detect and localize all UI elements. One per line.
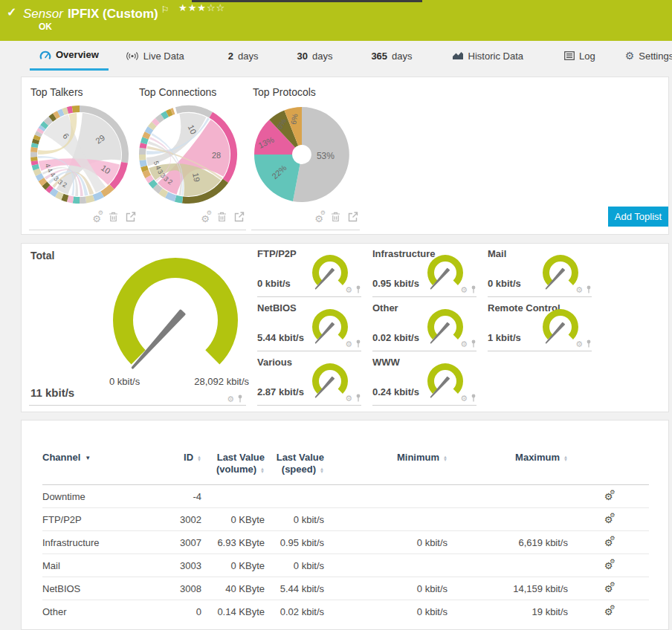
- gear-icon[interactable]: ⚙: [227, 395, 234, 403]
- tab-30-days[interactable]: 30days: [297, 41, 332, 71]
- dropdown-caret-icon[interactable]: ▼: [85, 455, 91, 461]
- pin-icon[interactable]: [355, 392, 361, 405]
- column-header-maximum[interactable]: Maximum▲▼: [448, 420, 568, 485]
- cell-id: 3003: [160, 554, 201, 577]
- column-header-last-value-speed-[interactable]: Last Value(speed)▲▼: [265, 420, 324, 485]
- sort-arrows-icon[interactable]: ▲▼: [443, 455, 448, 461]
- cell-last-speed: 0.02 kbit/s: [265, 600, 324, 623]
- gauge-min-label: 0 kbit/s: [109, 376, 140, 387]
- open-external-icon[interactable]: [126, 212, 136, 225]
- edit-gears-icon[interactable]: ⚙⚙: [201, 212, 210, 224]
- gauge-tile-actions: ⚙: [575, 337, 592, 351]
- gauge-tile-total: Total 0 kbit/s 28,092 kbit/s 11 kbit/s ⚙: [29, 248, 246, 406]
- gear-icon[interactable]: ⚙: [345, 286, 352, 294]
- sort-arrows-icon[interactable]: ▲▼: [197, 455, 201, 461]
- cell-last-volume: 0.14 KByte: [201, 600, 265, 623]
- open-external-icon[interactable]: [234, 212, 245, 225]
- tab-365-days[interactable]: 365days: [371, 41, 412, 71]
- cell-minimum: 0 kbit/s: [324, 600, 448, 623]
- pin-icon[interactable]: [471, 337, 476, 351]
- tab-overview[interactable]: Overview: [30, 41, 109, 71]
- donut-chart[interactable]: 53%22%13%6%6%: [251, 104, 360, 208]
- pin-icon[interactable]: [355, 283, 361, 296]
- gauge-current-value: 1 kbit/s: [488, 332, 521, 343]
- edit-gears-icon[interactable]: ⚙⚙: [604, 492, 613, 501]
- gear-icon[interactable]: ⚙: [345, 394, 352, 403]
- delete-trash-icon[interactable]: [331, 212, 340, 225]
- gear-icon[interactable]: ⚙: [460, 394, 468, 403]
- tab-historic-data[interactable]: Historic Data: [452, 41, 523, 71]
- edit-gears-icon[interactable]: ⚙⚙: [604, 584, 613, 594]
- add-toplist-button[interactable]: Add Toplist: [608, 207, 668, 227]
- sort-arrows-icon[interactable]: ▲▼: [260, 467, 265, 473]
- gauge-current-value: 0.24 kbit/s: [372, 386, 419, 397]
- toplist-actions: ⚙⚙: [92, 212, 136, 225]
- sort-arrows-icon[interactable]: ▲▼: [320, 467, 324, 473]
- gear-icon[interactable]: ⚙: [460, 340, 468, 348]
- tab-label: days: [238, 51, 258, 62]
- pin-icon[interactable]: [471, 392, 476, 405]
- sort-arrows-icon[interactable]: ▲▼: [563, 455, 568, 461]
- svg-text:28: 28: [212, 151, 221, 160]
- cell-channel: Mail: [42, 554, 160, 577]
- tab-number: 2: [228, 51, 233, 62]
- toplist-actions: ⚙⚙: [314, 212, 358, 225]
- pin-icon[interactable]: [586, 337, 592, 351]
- edit-gears-icon[interactable]: ⚙⚙: [604, 561, 613, 571]
- gauge-current-value: 0 kbit/s: [257, 278, 291, 289]
- gear-icon[interactable]: ⚙: [575, 286, 583, 294]
- column-header-minimum[interactable]: Minimum▲▼: [324, 420, 448, 485]
- tab-settings[interactable]: ⚙Settings: [625, 41, 672, 71]
- edit-gears-icon[interactable]: ⚙⚙: [604, 515, 613, 525]
- gauge-max-label: 28,092 kbit/s: [194, 376, 249, 387]
- cell-minimum: [324, 485, 448, 508]
- cell-maximum: [448, 508, 568, 531]
- pin-icon[interactable]: [586, 283, 592, 296]
- chord-chart[interactable]: 29106233444: [29, 104, 138, 208]
- gear-icon[interactable]: ⚙: [460, 286, 468, 294]
- svg-text:53%: 53%: [317, 151, 335, 161]
- tab-live-data[interactable]: Live Data: [126, 41, 184, 71]
- flag-icon[interactable]: ⚐: [161, 4, 169, 15]
- cell-minimum: 0 kbit/s: [324, 531, 448, 554]
- gauge-tile-actions: ⚙: [460, 283, 476, 296]
- cell-last-volume: [201, 485, 265, 508]
- cell-minimum: [324, 554, 448, 577]
- cell-last-volume: 40 KByte: [201, 577, 265, 600]
- cell-maximum: 19 kbit/s: [448, 600, 568, 623]
- gauge-current-value: 11 kbit/s: [30, 386, 74, 399]
- column-header-channel[interactable]: Channel▼: [42, 420, 160, 485]
- pin-icon[interactable]: [237, 392, 243, 406]
- gauge-icon: [39, 50, 51, 59]
- chord-chart[interactable]: 102819233345: [138, 104, 246, 208]
- priority-stars[interactable]: ★★★☆☆: [178, 2, 225, 13]
- column-header-last-value-volume-[interactable]: Last Value(volume)▲▼: [201, 420, 265, 485]
- gear-icon[interactable]: ⚙: [345, 340, 352, 348]
- gauge-tile-netbios: NetBIOS5.44 kbit/s⚙: [257, 302, 361, 351]
- edit-gears-icon[interactable]: ⚙⚙: [604, 607, 613, 617]
- delete-trash-icon[interactable]: [109, 212, 118, 225]
- cell-maximum: 6,619 kbit/s: [448, 531, 568, 554]
- cell-last-volume: 0 KByte: [201, 554, 265, 577]
- delete-trash-icon[interactable]: [217, 212, 227, 225]
- column-header-id[interactable]: ID▲▼: [160, 420, 201, 485]
- gear-icon[interactable]: ⚙: [575, 340, 583, 348]
- tab-label: days: [312, 51, 332, 62]
- pin-icon[interactable]: [355, 337, 361, 351]
- pin-icon[interactable]: [471, 283, 476, 296]
- tab-log[interactable]: Log: [564, 41, 595, 71]
- cell-last-speed: 5.44 kbit/s: [265, 577, 324, 600]
- edit-gears-icon[interactable]: ⚙⚙: [604, 538, 613, 548]
- edit-gears-icon[interactable]: ⚙⚙: [314, 212, 323, 224]
- open-external-icon[interactable]: [348, 212, 358, 225]
- cell-settings: ⚙⚙: [568, 531, 649, 554]
- tab-2-days[interactable]: 2days: [228, 41, 259, 71]
- cell-settings: ⚙⚙: [568, 554, 649, 577]
- gauge-current-value: 5.44 kbit/s: [257, 332, 304, 343]
- edit-gears-icon[interactable]: ⚙⚙: [92, 212, 101, 224]
- gauge-tile-actions: ⚙: [345, 283, 361, 296]
- tab-label: Historic Data: [468, 51, 523, 62]
- gauge-tile-various: Various2.87 kbit/s⚙: [257, 357, 361, 406]
- cell-channel: NetBIOS: [42, 577, 160, 600]
- cell-minimum: 0 kbit/s: [324, 577, 448, 600]
